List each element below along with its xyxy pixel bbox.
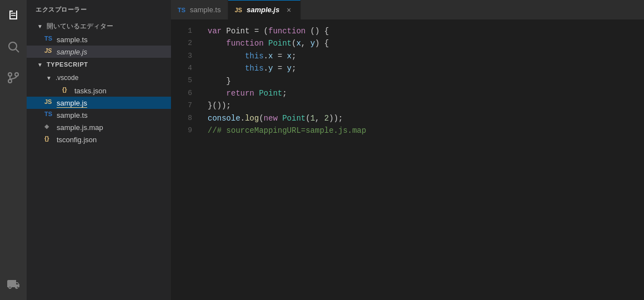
- vscode-folder[interactable]: ▼ .vscode: [27, 71, 171, 84]
- svg-line-7: [16, 49, 19, 53]
- main-editor-area: TS sample.ts JS sample.js × 1 2 3 4 5 6 …: [171, 0, 644, 300]
- code-line-4: this . y = y ;: [208, 62, 644, 74]
- svg-rect-4: [11, 13, 16, 14]
- svg-rect-3: [16, 11, 17, 19]
- tasks-json-label: tasks.json: [74, 87, 107, 95]
- sample-js-label: sample.js: [57, 99, 87, 107]
- js-file-icon-open: JS: [44, 47, 53, 56]
- svg-point-9: [15, 73, 18, 76]
- kw-return: return: [227, 87, 254, 99]
- tsconfig-json-item[interactable]: {} tsconfig.json: [27, 133, 171, 146]
- line-num-5: 5: [171, 75, 192, 87]
- svg-rect-5: [11, 15, 16, 16]
- num-1: 1: [310, 112, 315, 124]
- open-editor-sample-ts[interactable]: TS sample.ts: [27, 33, 171, 46]
- svg-rect-2: [9, 18, 17, 19]
- param-y: y: [310, 37, 315, 49]
- tab-close-button[interactable]: ×: [284, 5, 294, 15]
- ident-point-8: Point: [282, 112, 305, 124]
- source-map-comment: //# sourceMappingURL=sample.js.map: [208, 124, 366, 137]
- svg-point-10: [8, 73, 12, 76]
- code-line-1: var Point = ( function () {: [208, 25, 644, 37]
- source-control-icon[interactable]: [2, 67, 24, 89]
- val-x: x: [287, 50, 291, 62]
- line-num-7: 7: [171, 99, 192, 112]
- svg-rect-1: [9, 11, 11, 19]
- sample-js-map-item[interactable]: ◆ sample.js.map: [27, 121, 171, 133]
- ts-tab-icon: TS: [178, 7, 185, 13]
- sidebar-title: エクスプローラー: [27, 0, 171, 19]
- kw-this-4: this: [245, 62, 264, 74]
- sidebar: エクスプローラー ▼ 開いているエディター TS sample.ts JS sa…: [27, 0, 171, 300]
- tasks-json-item[interactable]: {} tasks.json: [27, 84, 171, 97]
- prop-x: x: [268, 50, 273, 62]
- line-num-8: 8: [171, 112, 192, 124]
- line-numbers: 1 2 3 4 5 6 7 8 9: [171, 19, 199, 300]
- prop-y: y: [268, 62, 273, 74]
- code-line-3: this . x = x ;: [208, 50, 644, 62]
- svg-point-6: [9, 42, 17, 50]
- ts-file-icon-main: TS: [44, 111, 53, 119]
- kw-this-3: this: [245, 50, 264, 62]
- tab-sample-js[interactable]: JS sample.js ×: [228, 0, 301, 19]
- json-file-icon-tasks: {}: [62, 86, 71, 95]
- ident-point-6: Point: [259, 87, 282, 99]
- sample-ts-item[interactable]: TS sample.ts: [27, 109, 171, 121]
- log-method: log: [245, 112, 259, 124]
- js-file-icon-main: JS: [44, 98, 53, 107]
- num-2: 2: [324, 112, 329, 124]
- code-line-7: }());: [208, 99, 644, 112]
- val-y: y: [287, 62, 291, 74]
- search-icon[interactable]: [2, 36, 24, 58]
- tsconfig-json-label: tsconfig.json: [57, 136, 97, 144]
- extensions-icon[interactable]: [2, 273, 24, 296]
- chevron-open-editors: ▼: [36, 22, 44, 31]
- activity-bar: [0, 0, 27, 300]
- tab-ts-label: sample.ts: [190, 6, 221, 14]
- code-line-2: function Point ( x , y ) {: [208, 37, 644, 49]
- open-editor-js-label: sample.js: [57, 48, 87, 56]
- code-line-6: return Point ;: [208, 87, 644, 99]
- chevron-vscode: ▼: [44, 73, 53, 82]
- line-num-6: 6: [171, 87, 192, 99]
- svg-point-8: [8, 79, 12, 83]
- open-editors-section[interactable]: ▼ 開いているエディター: [27, 19, 171, 33]
- typescript-section[interactable]: ▼ TYPESCRIPT: [27, 58, 171, 71]
- tab-js-label: sample.js: [246, 6, 279, 14]
- open-editor-sample-js[interactable]: JS sample.js: [27, 46, 171, 58]
- code-line-5: }: [208, 75, 644, 87]
- js-tab-icon: JS: [235, 7, 242, 13]
- line-num-3: 3: [171, 50, 192, 62]
- sample-ts-label: sample.ts: [57, 111, 88, 119]
- line-num-1: 1: [171, 25, 192, 37]
- tab-bar: TS sample.ts JS sample.js ×: [171, 0, 644, 19]
- console-obj: console: [208, 112, 240, 124]
- typescript-label: TYPESCRIPT: [47, 61, 88, 68]
- code-line-8: console . log ( new Point ( 1 , 2 ));: [208, 112, 644, 124]
- sample-js-map-label: sample.js.map: [57, 123, 103, 132]
- code-editor[interactable]: 1 2 3 4 5 6 7 8 9 var Point = ( function…: [171, 19, 644, 300]
- ident-point-2: Point: [268, 37, 291, 49]
- line-num-2: 2: [171, 37, 192, 49]
- chevron-typescript: ▼: [36, 60, 44, 69]
- kw-function-1: function: [268, 25, 305, 37]
- ts-file-icon: TS: [44, 35, 53, 44]
- line-num-9: 9: [171, 124, 192, 137]
- code-line-9: //# sourceMappingURL=sample.js.map: [208, 124, 644, 137]
- kw-function-2: function: [227, 37, 264, 49]
- vscode-folder-label: .vscode: [56, 74, 78, 82]
- json-file-icon-ts: {}: [44, 135, 53, 144]
- map-file-icon: ◆: [44, 123, 53, 132]
- code-content: var Point = ( function () { function Poi…: [199, 19, 644, 300]
- tab-sample-ts[interactable]: TS sample.ts: [171, 0, 228, 19]
- open-editor-ts-label: sample.ts: [57, 36, 88, 44]
- sample-js-item[interactable]: JS sample.js: [27, 97, 171, 109]
- kw-new: new: [264, 112, 278, 124]
- kw-var: var: [208, 25, 222, 37]
- param-x: x: [296, 37, 301, 49]
- explorer-icon[interactable]: [2, 4, 24, 27]
- open-editors-label: 開いているエディター: [47, 22, 113, 31]
- line-num-4: 4: [171, 62, 192, 74]
